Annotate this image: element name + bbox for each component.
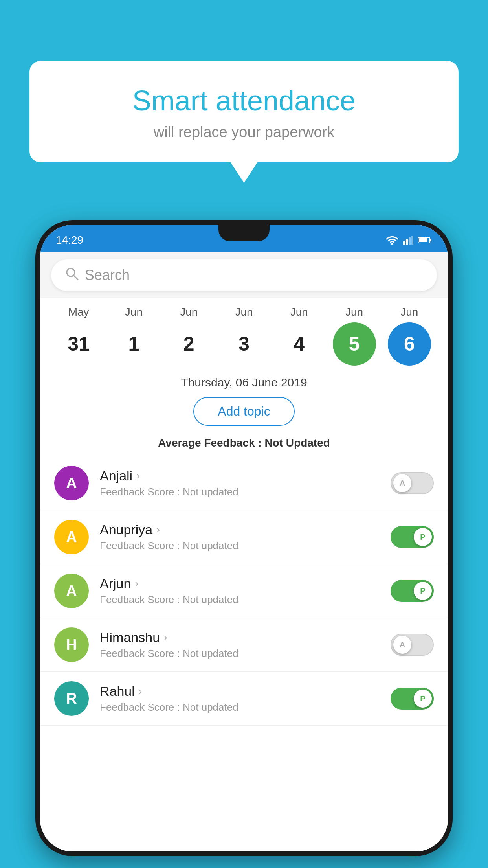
status-icons [386,236,432,245]
student-name: Arjun › [100,576,380,591]
calendar-day-col[interactable]: Jun4 [275,306,323,366]
phone-inner: 14:29 [40,225,448,851]
cal-month: Jun [290,306,308,318]
student-item[interactable]: AAnupriya ›Feedback Score : Not updatedP [40,510,448,564]
avg-feedback-value: Not Updated [264,437,330,449]
calendar-strip: May31Jun1Jun2Jun3Jun4Jun5Jun6 [40,298,448,370]
search-placeholder: Search [85,267,130,283]
feedback-score: Feedback Score : Not updated [100,540,380,552]
attendance-toggle[interactable]: P [391,526,434,548]
bubble-subtitle: will replace your paperwork [61,124,427,141]
student-info: Arjun ›Feedback Score : Not updated [100,576,380,606]
toggle-container[interactable]: P [391,688,434,710]
cal-date[interactable]: 1 [112,322,155,366]
svg-rect-2 [406,239,408,245]
bubble-title: Smart attendance [61,85,427,117]
toggle-knob: A [393,636,411,654]
speech-bubble-container: Smart attendance will replace your paper… [29,61,459,162]
toggle-knob: P [414,528,432,546]
student-info: Anjali ›Feedback Score : Not updated [100,468,380,498]
add-topic-container: Add topic [40,393,448,433]
cal-date[interactable]: 3 [222,322,266,366]
avatar: R [54,681,89,716]
svg-rect-6 [430,239,431,241]
cal-date[interactable]: 2 [167,322,211,366]
chevron-icon: › [136,470,140,482]
wifi-icon [386,236,398,245]
avg-feedback-label: Average Feedback : [158,437,264,449]
student-name: Rahul › [100,684,380,699]
screen-content: Search May31Jun1Jun2Jun3Jun4Jun5Jun6 Thu… [40,252,448,851]
avg-feedback: Average Feedback : Not Updated [40,433,448,456]
svg-rect-3 [409,237,411,245]
toggle-container[interactable]: A [391,634,434,656]
attendance-toggle[interactable]: P [391,580,434,602]
date-label: Thursday, 06 June 2019 [40,370,448,393]
avatar: A [54,466,89,500]
add-topic-button[interactable]: Add topic [193,397,294,426]
student-info: Himanshu ›Feedback Score : Not updated [100,630,380,660]
speech-bubble: Smart attendance will replace your paper… [29,61,459,162]
chevron-icon: › [164,631,167,644]
toggle-container[interactable]: P [391,526,434,548]
avatar: A [54,574,89,608]
status-time: 14:29 [56,234,83,246]
student-info: Rahul ›Feedback Score : Not updated [100,684,380,714]
attendance-toggle[interactable]: P [391,688,434,710]
signal-icon [403,236,413,245]
feedback-score: Feedback Score : Not updated [100,486,380,498]
student-name: Anjali › [100,468,380,484]
calendar-day-col[interactable]: Jun6 [386,306,433,366]
student-item[interactable]: RRahul ›Feedback Score : Not updatedP [40,672,448,726]
student-name: Himanshu › [100,630,380,645]
cal-month: May [68,306,89,318]
cal-date[interactable]: 4 [277,322,321,366]
feedback-score: Feedback Score : Not updated [100,701,380,714]
cal-date[interactable]: 6 [388,322,431,366]
svg-line-18 [73,275,78,280]
search-svg [65,267,79,280]
cal-date[interactable]: 5 [333,322,376,366]
phone-notch [218,225,270,241]
toggle-knob: P [414,582,432,600]
calendar-day-col[interactable]: Jun1 [110,306,157,366]
cal-month: Jun [235,306,253,318]
toggle-container[interactable]: A [391,472,434,494]
toggle-knob: A [393,474,411,492]
attendance-toggle[interactable]: A [391,634,434,656]
calendar-day-col[interactable]: Jun3 [220,306,268,366]
calendar-months: May31Jun1Jun2Jun3Jun4Jun5Jun6 [40,306,448,366]
chevron-icon: › [156,524,160,536]
cal-month: Jun [345,306,363,318]
feedback-score: Feedback Score : Not updated [100,647,380,660]
svg-rect-1 [403,241,405,245]
battery-icon [418,237,432,244]
search-container: Search [40,252,448,298]
calendar-day-col[interactable]: Jun2 [165,306,213,366]
student-item[interactable]: HHimanshu ›Feedback Score : Not updatedA [40,618,448,672]
svg-rect-7 [419,238,427,242]
toggle-container[interactable]: P [391,580,434,602]
feedback-score: Feedback Score : Not updated [100,594,380,606]
student-list: AAnjali ›Feedback Score : Not updatedAAA… [40,456,448,726]
svg-point-0 [391,243,393,245]
student-item[interactable]: AAnjali ›Feedback Score : Not updatedA [40,456,448,510]
avatar: A [54,520,89,554]
cal-month: Jun [400,306,418,318]
cal-date[interactable]: 31 [57,322,100,366]
search-bar[interactable]: Search [51,259,437,291]
phone-frame: 14:29 [35,220,453,856]
calendar-day-col[interactable]: Jun5 [331,306,378,366]
cal-month: Jun [125,306,143,318]
student-name: Anupriya › [100,522,380,537]
toggle-knob: P [414,690,432,708]
cal-month: Jun [180,306,198,318]
svg-rect-4 [411,236,413,245]
avatar: H [54,627,89,662]
attendance-toggle[interactable]: A [391,472,434,494]
chevron-icon: › [135,577,138,590]
student-info: Anupriya ›Feedback Score : Not updated [100,522,380,552]
chevron-icon: › [139,685,142,697]
calendar-day-col[interactable]: May31 [55,306,102,366]
student-item[interactable]: AArjun ›Feedback Score : Not updatedP [40,564,448,618]
